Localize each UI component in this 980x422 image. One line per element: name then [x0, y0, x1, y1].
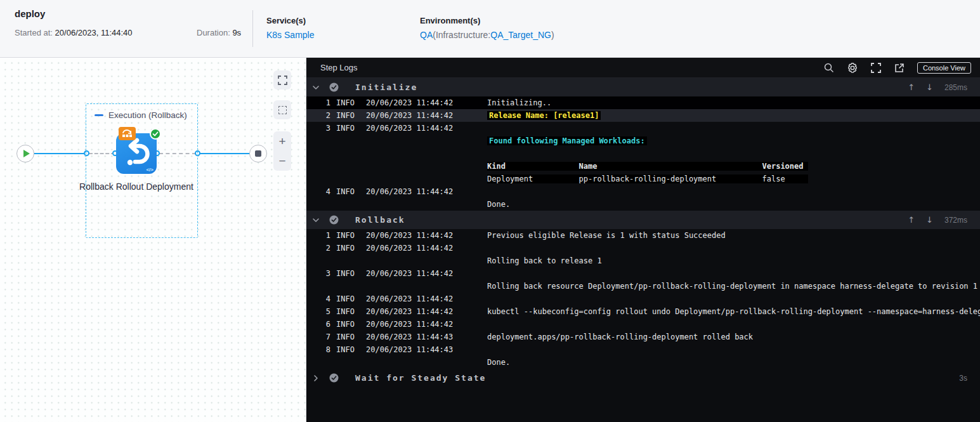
log-panel-header: Step Logs Console View	[306, 58, 980, 78]
duration-value: 9s	[232, 28, 241, 37]
log-line	[306, 147, 980, 160]
log-message: Rolling back to release 1	[487, 256, 602, 265]
log-timestamp: 20/06/2023 11:44:42	[366, 267, 487, 280]
canvas-fullscreen-button[interactable]	[273, 70, 291, 89]
step-node-rollback[interactable]: </>	[116, 133, 157, 174]
log-message: deployment.apps/pp-rollback-rolling-depl…	[487, 333, 753, 341]
end-node[interactable]	[249, 145, 267, 162]
log-level: INFO	[336, 331, 366, 343]
fullscreen-icon	[278, 76, 287, 85]
environments-block: Environment(s) QA(Infrastructure:QA_Targ…	[420, 16, 554, 40]
canvas-select-button[interactable]	[273, 100, 291, 119]
log-level: INFO	[336, 122, 366, 135]
log-level: INFO	[336, 318, 366, 331]
chevron-down-icon[interactable]	[312, 84, 321, 91]
log-line: 3INFO20/06/2023 11:44:42	[306, 267, 980, 280]
line-number: 4	[311, 293, 330, 305]
line-number: 3	[311, 267, 330, 280]
log-level: INFO	[336, 242, 366, 254]
console-view-button[interactable]: Console View	[917, 62, 971, 74]
log-line: Rolling back resource Deployment/pp-roll…	[306, 280, 980, 293]
log-message: Found following Managed Workloads:	[487, 136, 647, 145]
log-line: 2INFO20/06/2023 11:44:42	[306, 242, 980, 254]
log-timestamp: 20/06/2023 11:44:42	[366, 305, 487, 318]
duration: Duration: 9s	[197, 28, 241, 37]
log-line: Kind Name Versioned	[306, 160, 980, 173]
pipeline-graph-canvas[interactable]: Execution (Rollback) </> Rollback Rollou…	[0, 58, 306, 422]
step-node-label[interactable]: Rollback Rollout Deployment	[73, 180, 200, 194]
log-line: 4INFO20/06/2023 11:44:42	[306, 293, 980, 305]
log-level: INFO	[336, 293, 366, 305]
line-number: 1	[311, 96, 330, 109]
log-level: INFO	[336, 96, 366, 109]
zoom-out-button[interactable]: −	[273, 151, 291, 171]
service-link[interactable]: K8s Sample	[266, 30, 314, 40]
log-line: 8INFO20/06/2023 11:44:43	[306, 343, 980, 356]
log-timestamp: 20/06/2023 11:44:42	[366, 185, 487, 198]
log-line: 3INFO20/06/2023 11:44:42	[306, 122, 980, 135]
line-number: 7	[311, 331, 330, 343]
section-success-icon	[329, 82, 339, 92]
log-timestamp: 20/06/2023 11:44:42	[366, 293, 487, 305]
canvas-zoom-control: + −	[273, 131, 291, 171]
log-message: Rolling back resource Deployment/pp-roll…	[487, 282, 977, 291]
section-duration: 372ms	[944, 216, 967, 225]
log-sections: Initialize↑↓285ms1INFO20/06/2023 11:44:4…	[306, 78, 980, 422]
section-success-icon	[329, 373, 339, 383]
started-at: Started at: 20/06/2023, 11:44:40	[15, 28, 133, 37]
log-line: Rolling back to release 1	[306, 254, 980, 267]
chevron-down-icon[interactable]	[312, 216, 321, 224]
scroll-bottom-icon[interactable]: ↓	[926, 215, 933, 225]
line-number: 4	[311, 185, 330, 198]
pipeline-title: deploy	[15, 8, 45, 19]
log-message: Deployment pp-rollback-rolling-deploymen…	[487, 175, 808, 183]
log-timestamp: 20/06/2023 11:44:42	[366, 229, 487, 242]
gear-icon[interactable]	[847, 62, 858, 74]
log-section-header-rollback[interactable]: Rollback↑↓372ms	[306, 211, 980, 229]
external-link-icon[interactable]	[894, 62, 905, 74]
log-level: INFO	[336, 267, 366, 280]
log-message: Initializing..	[487, 98, 551, 107]
log-line: 6INFO20/06/2023 11:44:42	[306, 318, 980, 331]
scroll-bottom-icon[interactable]: ↓	[926, 82, 933, 92]
environment-link[interactable]: QA	[420, 30, 433, 40]
line-number: 2	[311, 109, 330, 122]
log-message: Kind Name Versioned	[487, 162, 808, 171]
log-level: INFO	[336, 229, 366, 242]
search-icon[interactable]	[823, 62, 835, 74]
code-glyph-icon: </>	[146, 167, 154, 173]
log-timestamp: 20/06/2023 11:44:43	[366, 343, 487, 356]
log-section-header-wait-for-steady-state[interactable]: Wait for Steady State3s	[306, 369, 980, 387]
section-title: Initialize	[355, 82, 417, 92]
log-line: 2INFO20/06/2023 11:44:42Release Name: [r…	[306, 109, 980, 122]
section-success-icon	[329, 215, 339, 225]
rolling-deployment-badge-icon	[119, 127, 136, 140]
chevron-right-icon[interactable]	[312, 374, 321, 382]
log-line: Found following Managed Workloads:	[306, 135, 980, 147]
stage-header[interactable]: Execution (Rollback)	[95, 110, 187, 120]
section-duration: 3s	[959, 374, 967, 383]
scroll-top-icon[interactable]: ↑	[908, 215, 915, 225]
log-timestamp: 20/06/2023 11:44:42	[366, 318, 487, 331]
started-at-value: 20/06/2023, 11:44:40	[55, 28, 133, 37]
services-block: Service(s) K8s Sample	[266, 16, 314, 40]
scroll-top-icon[interactable]: ↑	[908, 82, 915, 92]
log-section-header-initialize[interactable]: Initialize↑↓285ms	[306, 78, 980, 96]
infrastructure-link[interactable]: QA_Target_NG	[490, 30, 551, 40]
section-title: Rollback	[355, 215, 405, 225]
start-node[interactable]	[16, 145, 34, 162]
line-number: 2	[311, 242, 330, 254]
fullscreen-icon[interactable]	[870, 62, 882, 74]
log-timestamp: 20/06/2023 11:44:43	[366, 331, 487, 343]
log-level: INFO	[336, 305, 366, 318]
edge-end	[200, 153, 254, 154]
success-check-icon	[150, 128, 161, 140]
log-message: Previous eligible Release is 1 with stat…	[487, 231, 726, 240]
log-timestamp: 20/06/2023 11:44:42	[366, 122, 487, 135]
line-number: 5	[311, 305, 330, 318]
zoom-in-button[interactable]: +	[273, 131, 291, 151]
line-number: 6	[311, 318, 330, 331]
stop-icon	[255, 150, 261, 157]
collapse-stage-icon[interactable]	[95, 114, 103, 116]
log-message: Release Name: [release1]	[487, 111, 601, 120]
